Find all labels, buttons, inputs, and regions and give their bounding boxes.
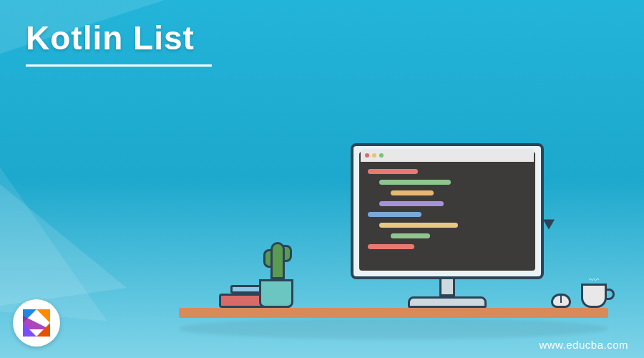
monitor-screen	[359, 152, 535, 271]
code-line	[368, 244, 414, 249]
window-dot-yellow	[372, 153, 376, 158]
page-title: Kotlin List	[26, 19, 195, 57]
code-line	[391, 190, 434, 195]
monitor-stand-base	[408, 296, 487, 308]
computer-monitor	[351, 143, 544, 308]
code-line	[368, 212, 421, 217]
cactus-plant	[259, 279, 293, 308]
desk-shadow	[179, 318, 608, 339]
code-line	[379, 201, 444, 206]
watermark-url: www.educba.com	[539, 339, 628, 351]
triangle-left-2	[0, 137, 122, 321]
mouse-divider	[560, 296, 562, 303]
monitor-stand-neck	[439, 279, 455, 296]
kotlin-logo-icon	[23, 309, 50, 337]
code-line	[379, 180, 451, 185]
monitor-frame	[351, 143, 544, 279]
desk	[179, 308, 608, 318]
cactus-body	[270, 242, 285, 279]
plant-pot	[259, 279, 293, 308]
steam-icon: 〰	[589, 274, 599, 286]
window-dot-green	[379, 153, 384, 158]
window-title-bar	[361, 149, 534, 162]
computer-mouse	[551, 294, 571, 308]
code-lines	[368, 169, 527, 255]
code-line	[368, 169, 418, 174]
window-dot-red	[365, 153, 369, 158]
code-line	[391, 233, 430, 238]
logo-badge	[13, 299, 60, 347]
title-underline	[26, 64, 212, 67]
code-line	[379, 223, 458, 228]
coffee-cup: 〰	[581, 284, 607, 308]
